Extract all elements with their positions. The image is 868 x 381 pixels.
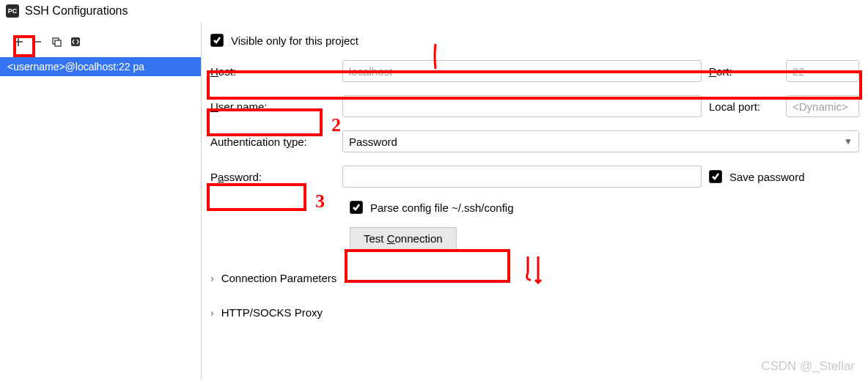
chevron-right-icon: › <box>210 273 214 284</box>
highlight-password <box>207 183 306 211</box>
highlight-add <box>13 35 35 57</box>
section-conn-label: Connection Parameters <box>221 272 337 284</box>
config-list-item-blank <box>0 76 201 94</box>
parse-config-label: Parse config file ~/.ssh/config <box>370 201 514 214</box>
code-button[interactable] <box>66 32 85 51</box>
section-http-socks-proxy[interactable]: › HTTP/SOCKS Proxy <box>210 306 859 319</box>
save-password-checkbox[interactable] <box>709 170 722 183</box>
visible-only-row: Visible only for this project <box>210 34 859 47</box>
test-connection-button[interactable]: Test Connection <box>350 227 457 250</box>
section-proxy-label: HTTP/SOCKS Proxy <box>221 306 323 319</box>
save-password-label: Save password <box>729 171 805 183</box>
window-title: SSH Configurations <box>25 4 128 18</box>
password-row: Password: Save password <box>210 166 859 188</box>
localport-label: Local port: <box>709 100 779 113</box>
password-label: Password: <box>210 171 335 183</box>
section-connection-parameters[interactable]: › Connection Parameters <box>210 272 859 284</box>
parse-config-checkbox[interactable] <box>350 201 363 214</box>
sidebar: <username>@localhost:22 pa <box>0 22 202 380</box>
app-icon: PC <box>6 4 19 18</box>
chevron-down-icon: ▼ <box>844 136 853 147</box>
test-connection-row: Test Connection <box>350 227 859 250</box>
highlight-hostport <box>207 70 862 100</box>
highlight-test-connection <box>345 249 510 283</box>
titlebar: PC SSH Configurations <box>0 0 868 22</box>
highlight-username <box>207 108 323 136</box>
parse-config-row: Parse config file ~/.ssh/config <box>350 201 859 214</box>
config-list-item[interactable]: <username>@localhost:22 pa <box>0 57 201 76</box>
visible-only-checkbox[interactable] <box>210 34 224 47</box>
svg-rect-1 <box>55 40 61 46</box>
authtype-value: Password <box>349 136 397 148</box>
visible-only-label: Visible only for this project <box>231 34 358 47</box>
authtype-select[interactable]: Password ▼ <box>342 130 859 152</box>
authtype-label: Authentication type: <box>210 136 335 148</box>
copy-button[interactable] <box>47 32 66 51</box>
password-input[interactable] <box>342 166 702 188</box>
chevron-right-icon: › <box>210 307 214 319</box>
